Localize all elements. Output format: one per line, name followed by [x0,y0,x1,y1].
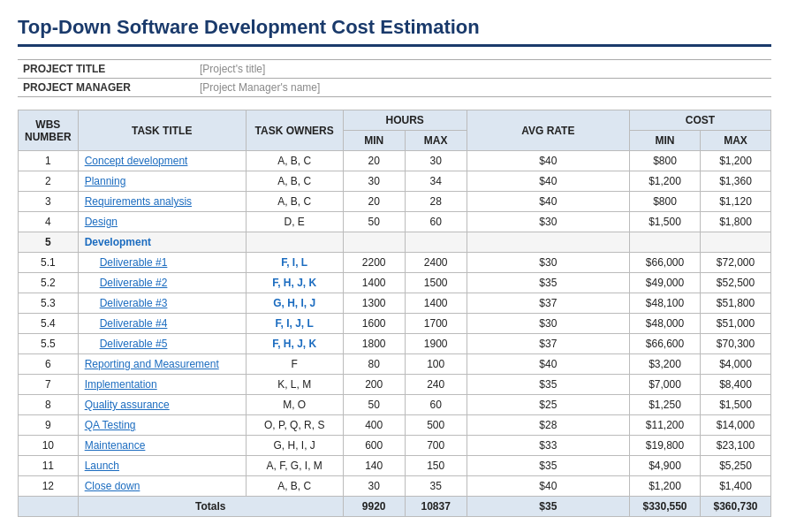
cell-task: Close down [78,476,246,497]
cell-wbs: 8 [19,395,79,415]
cell-hours-max [405,232,467,253]
cell-avg-rate: $35 [467,273,629,293]
table-row: 7 Implementation K, L, M 200 240 $35 $7,… [19,375,771,395]
cell-hours-max: 100 [405,354,467,375]
table-row: 5.3 Deliverable #3 G, H, I, J 1300 1400 … [19,293,771,314]
cell-owners: O, P, Q, R, S [246,415,343,436]
project-manager-label: PROJECT MANAGER [18,79,194,97]
cell-avg-rate: $40 [467,476,629,497]
table-row: 4 Design D, E 50 60 $30 $1,500 $1,800 [19,212,771,232]
cell-task: Implementation [78,375,246,395]
cell-task: Deliverable #4 [78,314,246,334]
cell-hours-max: 60 [405,212,467,232]
cell-hours-min [343,232,405,253]
cell-cost-max: $8,400 [701,375,771,395]
cell-wbs: 12 [19,476,79,497]
totals-label: Totals [78,497,343,517]
cell-hours-max: 2400 [405,253,467,273]
cell-hours-min: 600 [343,436,405,456]
totals-wbs [19,497,79,517]
cell-cost-min: $800 [630,192,701,212]
cell-cost-min: $48,100 [630,293,701,314]
cell-owners: A, F, G, I, M [246,456,343,476]
cell-hours-min: 80 [343,354,405,375]
cell-owners: F, H, J, K [246,273,343,293]
cell-owners: F, I, J, L [246,314,343,334]
cell-wbs: 5.3 [19,293,79,314]
cell-task: Reporting and Measurement [78,354,246,375]
cell-cost-max: $1,120 [701,192,771,212]
col-cost-max: MAX [701,131,771,151]
cell-hours-max: 34 [405,171,467,192]
col-avg-rate: AVG RATE [467,110,629,151]
cell-owners: A, B, C [246,171,343,192]
cell-cost-max: $14,000 [701,415,771,436]
cell-hours-min: 1800 [343,334,405,354]
table-row: 5.4 Deliverable #4 F, I, J, L 1600 1700 … [19,314,771,334]
totals-avg-rate: $35 [467,497,629,517]
cell-cost-max [701,232,771,253]
cell-hours-min: 30 [343,171,405,192]
cell-hours-min: 20 [343,151,405,171]
cell-cost-max: $70,300 [701,334,771,354]
cell-owners: G, H, I, J [246,293,343,314]
cell-cost-min: $11,200 [630,415,701,436]
cell-hours-max: 35 [405,476,467,497]
cell-wbs: 5 [19,232,79,253]
table-row: 2 Planning A, B, C 30 34 $40 $1,200 $1,3… [19,171,771,192]
cell-cost-max: $1,500 [701,395,771,415]
cell-hours-min: 30 [343,476,405,497]
cell-hours-min: 140 [343,456,405,476]
cell-owners: A, B, C [246,192,343,212]
col-owners: TASK OWNERS [246,110,343,151]
cell-cost-max: $51,800 [701,293,771,314]
project-title-label: PROJECT TITLE [18,60,194,79]
cell-wbs: 1 [19,151,79,171]
cell-hours-max: 1900 [405,334,467,354]
table-row: 11 Launch A, F, G, I, M 140 150 $35 $4,9… [19,456,771,476]
cell-hours-max: 60 [405,395,467,415]
cell-avg-rate: $37 [467,293,629,314]
cell-wbs: 10 [19,436,79,456]
cell-cost-min [630,232,701,253]
cell-avg-rate: $30 [467,314,629,334]
cell-cost-min: $1,250 [630,395,701,415]
cell-avg-rate: $40 [467,192,629,212]
cell-hours-max: 28 [405,192,467,212]
col-cost-group: COST [630,110,771,131]
cell-cost-min: $66,000 [630,253,701,273]
cell-owners: F, I, L [246,253,343,273]
cell-hours-min: 1300 [343,293,405,314]
col-hours-max: MAX [405,131,467,151]
cell-task: Requirements analysis [78,192,246,212]
cell-task: Development [78,232,246,253]
cell-hours-min: 50 [343,212,405,232]
cell-avg-rate: $40 [467,151,629,171]
cell-hours-min: 50 [343,395,405,415]
totals-cost-max: $360,730 [701,497,771,517]
cell-task: Deliverable #3 [78,293,246,314]
cell-cost-min: $800 [630,151,701,171]
cell-task: Design [78,212,246,232]
cell-owners: G, H, I, J [246,436,343,456]
cell-wbs: 5.1 [19,253,79,273]
cell-hours-max: 1400 [405,293,467,314]
cell-avg-rate: $40 [467,354,629,375]
cell-wbs: 7 [19,375,79,395]
cell-wbs: 5.4 [19,314,79,334]
cell-owners: F [246,354,343,375]
cell-owners [246,232,343,253]
cell-cost-min: $1,200 [630,171,701,192]
cell-cost-max: $72,000 [701,253,771,273]
cell-cost-max: $1,200 [701,151,771,171]
table-row: 5.5 Deliverable #5 F, H, J, K 1800 1900 … [19,334,771,354]
cell-cost-min: $3,200 [630,354,701,375]
cell-cost-max: $1,400 [701,476,771,497]
cell-task: Planning [78,171,246,192]
cell-wbs: 11 [19,456,79,476]
cell-avg-rate: $35 [467,375,629,395]
table-row: 1 Concept development A, B, C 20 30 $40 … [19,151,771,171]
cell-cost-min: $1,200 [630,476,701,497]
cell-hours-max: 150 [405,456,467,476]
cell-owners: D, E [246,212,343,232]
